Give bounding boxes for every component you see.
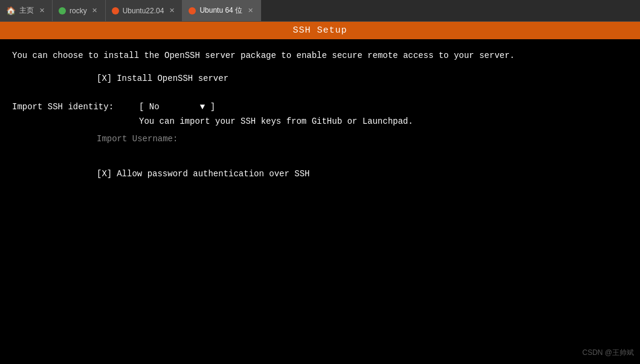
tab-ubuntu2204-label: Ubuntu22.04 <box>123 7 164 15</box>
import-identity-dropdown[interactable]: [ No ▼ ] <box>139 100 215 113</box>
identity-close: ] <box>210 100 215 113</box>
identity-value: [ No <box>139 100 160 113</box>
tab-ubuntu2204-close[interactable]: ✕ <box>167 7 176 15</box>
install-checkbox[interactable]: [X] <box>97 72 112 85</box>
allow-password-row[interactable]: [X] Allow password authentication over S… <box>97 167 628 180</box>
install-openssh-row[interactable]: [X] Install OpenSSH server <box>97 72 628 85</box>
ssh-setup-header: SSH Setup <box>0 22 640 39</box>
tab-rocky-label: rocky <box>69 7 87 15</box>
install-label: Install OpenSSH server <box>117 72 228 85</box>
allow-checkbox[interactable]: [X] <box>97 167 112 180</box>
allow-label: Allow password authentication over SSH <box>117 167 309 180</box>
tab-ubuntu64[interactable]: Ubuntu 64 位 ✕ <box>183 0 261 21</box>
terminal-area: SSH Setup You can choose to install the … <box>0 22 640 364</box>
watermark: CSDN @王帅斌 <box>582 348 634 358</box>
import-username-label: Import Username: <box>97 134 178 144</box>
description-text: You can choose to install the OpenSSH se… <box>12 49 628 62</box>
browser-chrome: 🏠 主页 ✕ rocky ✕ Ubuntu22.04 ✕ Ubuntu 64 位… <box>0 0 640 22</box>
tab-rocky-close[interactable]: ✕ <box>91 7 99 15</box>
home-icon: 🏠 <box>6 6 16 15</box>
import-username-row: Import Username: <box>12 132 628 145</box>
ubuntu64-favicon <box>189 7 196 14</box>
tab-home[interactable]: 🏠 主页 ✕ <box>0 0 53 21</box>
import-identity-label: Import SSH identity: <box>12 100 139 113</box>
import-identity-note: You can import your SSH keys from GitHub… <box>139 115 628 128</box>
tab-rocky[interactable]: rocky ✕ <box>53 0 106 21</box>
import-identity-row: Import SSH identity: [ No ▼ ] <box>12 100 628 113</box>
tab-home-label: 主页 <box>19 5 34 16</box>
rocky-favicon <box>59 7 66 14</box>
tab-ubuntu2204[interactable]: Ubuntu22.04 ✕ <box>106 0 183 21</box>
terminal-content: You can choose to install the OpenSSH se… <box>0 39 640 364</box>
tab-ubuntu64-close[interactable]: ✕ <box>246 7 254 15</box>
tab-ubuntu64-label: Ubuntu 64 位 <box>199 5 242 16</box>
ubuntu2204-favicon <box>112 7 119 14</box>
watermark-text: CSDN @王帅斌 <box>582 348 634 357</box>
tab-bar: 🏠 主页 ✕ rocky ✕ Ubuntu22.04 ✕ Ubuntu 64 位… <box>0 0 261 21</box>
tab-home-close[interactable]: ✕ <box>37 7 46 15</box>
ssh-header-title: SSH Setup <box>293 25 347 36</box>
identity-arrow: ▼ <box>200 100 205 113</box>
